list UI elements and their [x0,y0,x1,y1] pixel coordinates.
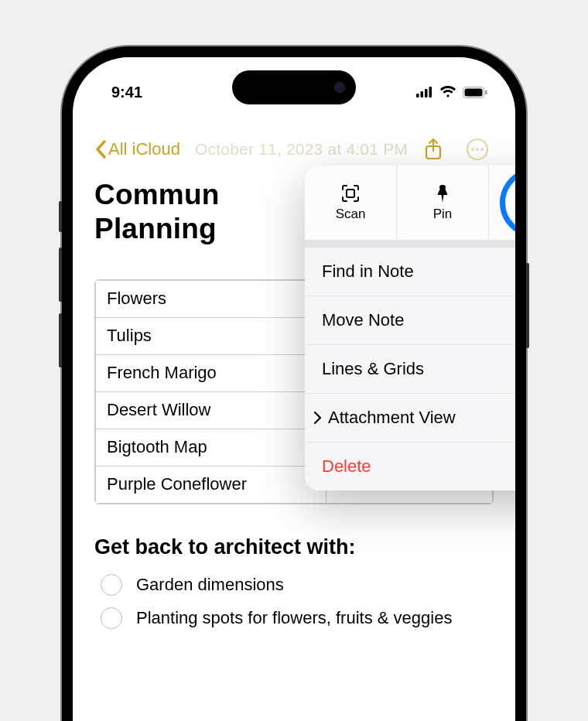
menu-item-label: Attachment View [328,408,456,428]
table-cell[interactable]: Purple Coneflower [96,466,326,503]
menu-item-move[interactable]: Move Note [305,296,515,344]
share-icon[interactable] [424,138,443,161]
svg-point-10 [476,148,478,150]
checklist-item[interactable]: Planting spots for flowers, fruits & veg… [101,607,494,630]
svg-rect-3 [429,87,432,97]
dynamic-island [232,70,356,104]
checkbox-icon[interactable] [101,574,122,596]
table-cell[interactable]: Flowers [96,280,326,317]
side-button [59,313,62,367]
checklist-label: Planting spots for flowers, fruits & veg… [136,607,452,630]
menu-action-row: Scan Pin Lock [305,166,515,240]
pin-button[interactable]: Pin [397,166,489,240]
chevron-left-icon [94,140,107,159]
checklist-item[interactable]: Garden dimensions [101,573,494,596]
wifi-icon [439,86,456,98]
checklist: Garden dimensions Planting spots for flo… [94,573,494,630]
menu-item-label: Move Note [322,310,404,330]
table-cell[interactable]: Bigtooth Map [96,429,326,466]
scan-button[interactable]: Scan [305,166,397,240]
menu-item-label: Lines & Grids [322,359,424,379]
menu-item-find[interactable]: Find in Note [305,248,515,296]
note-timestamp: October 11, 2023 at 4:01 PM [195,140,408,159]
menu-item-label: Delete [322,456,371,477]
menu-divider [305,240,515,248]
more-icon[interactable] [466,138,489,161]
cellular-icon [416,87,433,97]
svg-rect-1 [421,91,424,97]
checkbox-icon[interactable] [101,607,122,629]
side-button [526,263,529,348]
menu-item-attachment[interactable]: Attachment View [305,393,515,442]
screen: 9:41 All iCloud [73,57,515,721]
nav-bar: All iCloud October 11, 2023 at 4:01 PM [94,135,494,164]
table-cell[interactable]: French Marigo [96,354,326,391]
svg-rect-5 [465,88,483,96]
highlight-ring [500,168,515,237]
title-line: Commun [94,179,220,210]
phone-frame: 9:41 All iCloud [62,46,526,721]
table-cell[interactable]: Tulips [96,317,326,354]
svg-rect-12 [347,190,354,197]
svg-point-9 [471,148,473,150]
chevron-right-icon [313,411,322,425]
nav-right [424,138,494,161]
note-subheading[interactable]: Get back to architect with: [94,535,494,559]
pin-icon [435,183,450,203]
status-time: 9:41 [111,84,142,101]
svg-rect-6 [485,90,487,94]
side-button [59,201,62,232]
more-menu: Scan Pin Lock [305,166,515,490]
table-cell[interactable]: Desert Willow [96,391,326,429]
menu-list: Find in Note Move Note Lines & Grids [305,248,515,490]
side-button [59,248,62,302]
back-label: All iCloud [108,139,180,159]
action-label: Scan [336,207,366,222]
title-line: Planning [94,213,217,244]
back-button[interactable]: All iCloud [94,139,180,159]
menu-item-label: Find in Note [322,261,414,282]
action-label: Pin [433,207,453,222]
scan-icon [340,183,361,203]
svg-rect-2 [425,89,428,97]
battery-icon [463,87,487,98]
menu-item-lines[interactable]: Lines & Grids [305,344,515,393]
menu-item-delete[interactable]: Delete [305,442,515,490]
checklist-label: Garden dimensions [136,573,284,596]
status-icons [416,86,487,98]
lock-button[interactable]: Lock [489,166,515,240]
svg-rect-0 [416,94,419,97]
svg-point-11 [480,148,483,150]
camera-dot [334,82,345,93]
